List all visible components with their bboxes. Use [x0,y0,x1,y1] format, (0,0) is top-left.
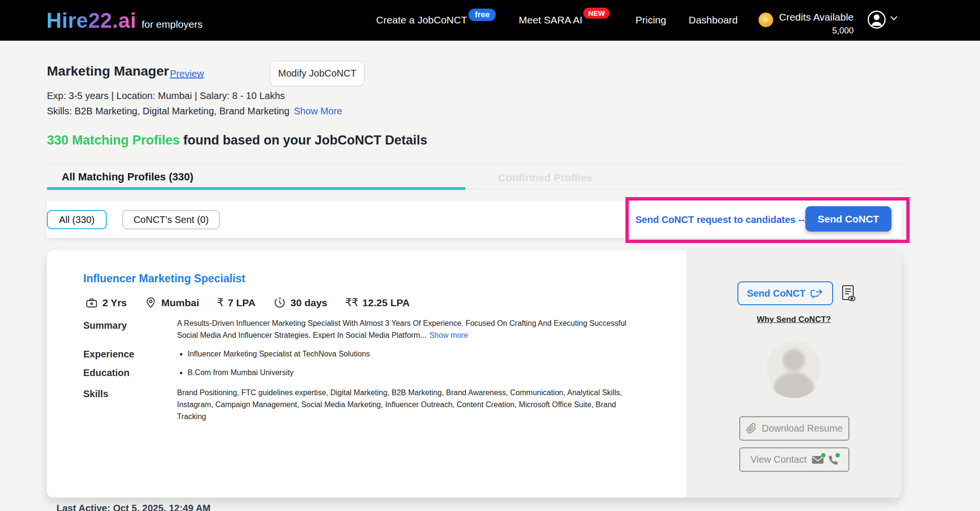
location-info: Mumbai [145,296,199,309]
send-message-icon [810,288,824,299]
last-active-status: Last Active: Oct 5, 2025, 12:49 AM [56,503,211,511]
nav-dashboard[interactable]: Dashboard [689,14,738,26]
chevron-down-icon[interactable] [890,15,898,21]
paperclip-icon [746,423,757,434]
free-badge: free [468,9,496,21]
experience-list: Influencer Marketing Specialist at TechN… [177,348,645,360]
notice-period-clock-icon [273,296,286,309]
notice-period-info: 30 days [273,296,327,309]
rupee-icon: ₹ [217,296,223,309]
view-contact-button[interactable]: View Contact [739,447,849,472]
education-label: Education [83,367,130,378]
skills-text: Brand Positioning, FTC guidelines expert… [177,387,645,422]
job-meta-line: Exp: 3-5 years | Location: Mumbai | Sala… [47,90,285,101]
phone-verified-icon [828,455,838,465]
credits-indicator: ★ Credits Available 5,000 [758,11,854,36]
brand-logo[interactable]: Hire22.ai for employers [46,9,202,33]
show-more-link[interactable]: Show More [294,106,342,116]
credits-label: Credits Available [779,11,854,23]
matching-count: 330 Matching Profiles [47,133,180,147]
expected-salary-info: ₹₹ 12.25 LPA [345,296,410,309]
education-item: B.Com from Mumbai University [188,367,645,378]
briefcase-icon [85,296,98,309]
salary-info: ₹ 7 LPA [217,296,256,309]
nav-pricing[interactable]: Pricing [635,14,666,26]
send-conct-hint-text: Send CoNCT request to candidates --> [635,214,810,225]
send-conct-button-card[interactable]: Send CoNCT [737,281,833,305]
summary-text: A Results-Driven Influencer Marketing Sp… [177,317,645,341]
experience-label: Experience [83,349,134,360]
filter-chip-all[interactable]: All (330) [47,210,107,229]
summary-label: Summary [83,320,127,331]
nav-create-jobconct[interactable]: Create a JobCoNCTfree [376,14,496,27]
brand-tagline: for employers [142,19,202,30]
view-resume-icon[interactable] [840,284,857,302]
double-rupee-icon: ₹₹ [345,296,358,309]
filter-chip-concts-sent[interactable]: CoNCT's Sent (0) [122,210,220,229]
tab-confirmed-profiles[interactable]: Confirmed Profiles [498,172,592,184]
tab-all-matching-profiles[interactable]: All Matching Profiles (330) [62,171,193,183]
email-verified-icon [812,455,824,465]
preview-link[interactable]: Preview [170,68,204,79]
active-tab-underline [47,187,466,190]
candidate-title-link[interactable]: Influencer Marketing Specialist [83,272,245,285]
brand-wordmark: Hire22.ai [46,9,136,33]
coin-icon: ★ [758,12,773,27]
candidate-avatar-placeholder [764,338,824,398]
location-pin-icon [145,296,157,309]
page-title: Marketing Manager [47,64,169,79]
inactive-tab-underline [466,189,902,189]
skills-label: Skills [83,389,108,400]
experience-item: Influencer Marketing Specialist at TechN… [188,348,645,360]
tabs-divider [47,163,902,164]
send-conct-button-primary[interactable]: Send CoNCT [805,206,891,232]
download-resume-button[interactable]: Download Resume [739,416,849,441]
matching-profiles-heading: 330 Matching Profiles found based on you… [47,133,427,148]
candidate-info-row: 2 Yrs Mumbai ₹ 7 LPA 30 days [85,296,410,309]
job-skills-line: Skills: B2B Marketing, Digital Marketing… [47,106,342,117]
user-avatar-icon[interactable] [867,10,886,29]
modify-jobconct-button[interactable]: Modify JobCoNCT [270,61,365,86]
top-navbar: Hire22.ai for employers Create a JobCoNC… [0,0,980,41]
experience-info: 2 Yrs [85,296,127,309]
education-list: B.Com from Mumbai University [177,367,645,378]
summary-show-more-link[interactable]: Show more [429,331,468,339]
candidate-card: Influencer Marketing Specialist 2 Yrs Mu… [47,250,902,498]
new-badge: NEW [583,8,610,19]
why-send-conct-link[interactable]: Why Send CoNCT? [686,315,902,324]
nav-meet-sara[interactable]: Meet SARA AINEW [519,14,610,26]
credits-value: 5,000 [832,26,854,36]
